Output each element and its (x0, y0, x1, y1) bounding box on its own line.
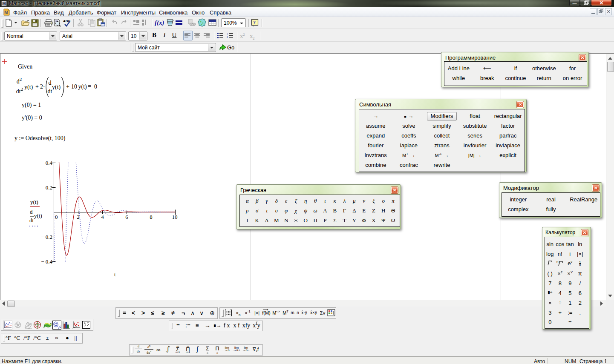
svg-text:n: n (556, 260, 558, 264)
svg-text:0.2: 0.2 (46, 184, 52, 191)
svg-text:t: t (114, 271, 116, 278)
svg-text:0.4: 0.4 (46, 160, 53, 166)
svg-text:− 0.4: − 0.4 (41, 258, 52, 265)
svg-text:4: 4 (101, 214, 104, 220)
svg-text:dt: dt (29, 217, 34, 224)
svg-text:0: 0 (55, 214, 58, 220)
svg-text:6: 6 (125, 214, 128, 220)
svg-text:2: 2 (77, 214, 80, 220)
svg-text:y(t): y(t) (34, 212, 42, 219)
svg-text:d: d (30, 209, 33, 215)
svg-text:y(t): y(t) (30, 199, 38, 205)
svg-text:8: 8 (150, 214, 153, 220)
svg-text:10: 10 (172, 214, 178, 220)
svg-text:− 0.2: − 0.2 (41, 234, 52, 240)
